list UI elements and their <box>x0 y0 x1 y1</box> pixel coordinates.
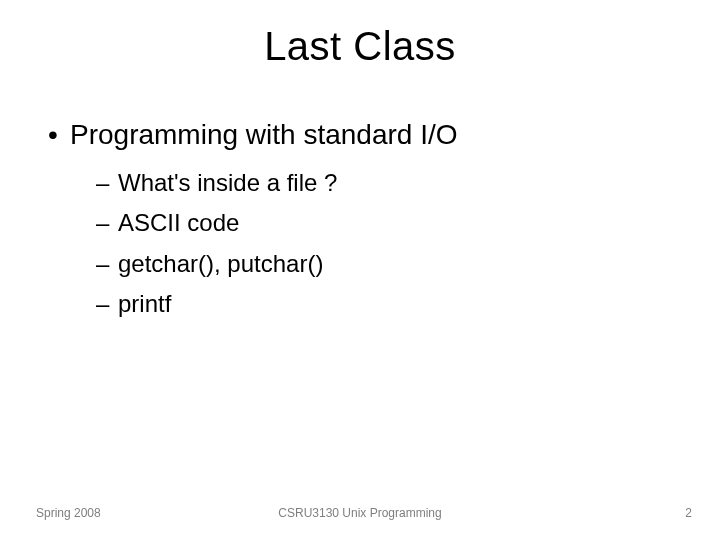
bullet-level2: ASCII code <box>40 207 680 239</box>
bullet-level2: printf <box>40 288 680 320</box>
footer-course: CSRU3130 Unix Programming <box>0 506 720 520</box>
bullet-level1: Programming with standard I/O <box>40 119 680 151</box>
slide: Last Class Programming with standard I/O… <box>0 0 720 540</box>
bullet-level2: getchar(), putchar() <box>40 248 680 280</box>
bullet-level2: What's inside a file ? <box>40 167 680 199</box>
slide-title: Last Class <box>0 0 720 69</box>
slide-number: 2 <box>685 506 692 520</box>
slide-content: Programming with standard I/O What's ins… <box>0 69 720 321</box>
